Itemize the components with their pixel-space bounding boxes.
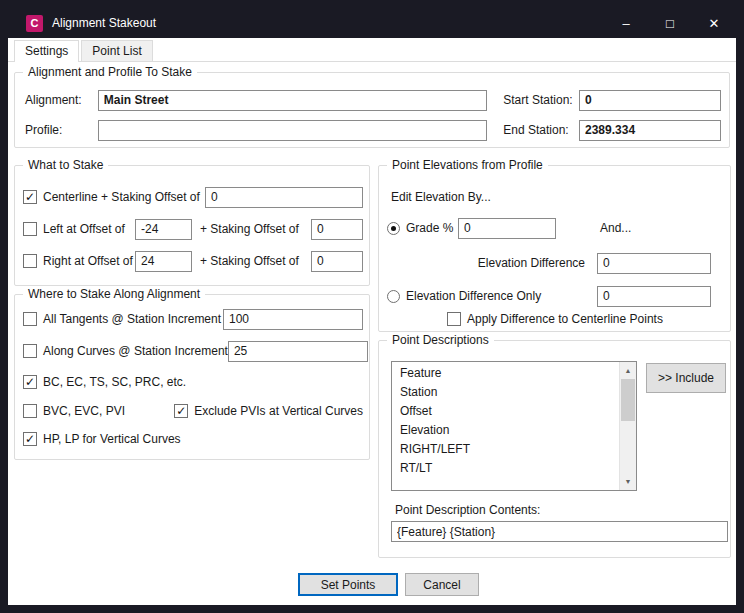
- profile-label: Profile:: [25, 123, 98, 137]
- elevation-difference-label: Elevation Difference: [478, 256, 585, 270]
- right-offset-label: Right at Offset of: [43, 254, 135, 268]
- list-item[interactable]: RIGHT/LEFT: [392, 440, 619, 459]
- tangents-increment-input[interactable]: [223, 309, 363, 330]
- end-station-label: End Station:: [503, 123, 579, 137]
- scroll-down-icon[interactable]: ▼: [620, 473, 636, 490]
- titlebar: C Alignment Stakeout – □ ✕: [8, 8, 736, 38]
- start-station-input[interactable]: [579, 90, 721, 111]
- group-title: Point Descriptions: [387, 333, 494, 347]
- hp-lp-checkbox[interactable]: ✓: [23, 432, 37, 446]
- left-offset-label: Left at Offset of: [43, 222, 135, 236]
- profile-input[interactable]: [98, 120, 488, 141]
- tab-point-list[interactable]: Point List: [81, 40, 152, 61]
- group-title: Where to Stake Along Alignment: [23, 287, 205, 301]
- curves-increment-input[interactable]: [228, 341, 368, 362]
- left-offset-input[interactable]: [135, 219, 192, 240]
- tangents-checkbox[interactable]: [23, 312, 37, 326]
- point-description-contents-input[interactable]: [391, 521, 728, 542]
- app-icon: C: [26, 15, 43, 32]
- point-descriptions-listbox[interactable]: Feature Station Offset Elevation RIGHT/L…: [391, 361, 637, 491]
- window-title: Alignment Stakeout: [52, 16, 156, 30]
- dialog-client-area: Settings Point List Alignment and Profil…: [8, 38, 736, 605]
- grade-input[interactable]: [458, 218, 556, 239]
- listbox-scrollbar[interactable]: ▲ ▼: [619, 362, 636, 490]
- maximize-button-icon[interactable]: □: [648, 14, 692, 33]
- group-point-descriptions: Point Descriptions Feature Station Offse…: [378, 340, 731, 558]
- cancel-button[interactable]: Cancel: [405, 573, 479, 596]
- centerline-checkbox[interactable]: ✓: [23, 190, 37, 204]
- edit-elevation-by-label: Edit Elevation By...: [391, 190, 491, 204]
- close-button-icon[interactable]: ✕: [692, 14, 736, 33]
- alignment-label: Alignment:: [25, 93, 98, 107]
- list-item[interactable]: Station: [392, 383, 619, 402]
- group-title: What to Stake: [23, 158, 108, 172]
- scroll-up-icon[interactable]: ▲: [620, 362, 636, 379]
- group-where-to-stake: Where to Stake Along Alignment All Tange…: [14, 294, 370, 460]
- right-offset-checkbox[interactable]: [23, 254, 37, 268]
- apply-difference-checkbox[interactable]: [447, 312, 461, 326]
- grade-label: Grade %: [406, 221, 458, 235]
- group-title: Point Elevations from Profile: [387, 158, 548, 172]
- left-staking-label: + Staking Offset of: [200, 222, 299, 236]
- window-controls: – □ ✕: [604, 14, 736, 33]
- elevation-difference-only-label: Elevation Difference Only: [406, 289, 541, 303]
- tab-strip: Settings Point List: [8, 38, 736, 62]
- centerline-offset-input[interactable]: [205, 187, 363, 208]
- list-item[interactable]: Feature: [392, 364, 619, 383]
- list-item[interactable]: RT/LT: [392, 459, 619, 478]
- right-offset-input[interactable]: [135, 251, 192, 272]
- left-offset-checkbox[interactable]: [23, 222, 37, 236]
- elevation-difference-only-radio[interactable]: [387, 290, 400, 303]
- bvc-evc-pvi-label: BVC, EVC, PVI: [43, 404, 141, 418]
- tangents-label: All Tangents @ Station Increment: [43, 312, 221, 326]
- left-staking-input[interactable]: [311, 219, 363, 240]
- set-points-button[interactable]: Set Points: [298, 573, 398, 596]
- and-label: And...: [600, 221, 631, 235]
- curves-checkbox[interactable]: [23, 344, 37, 358]
- list-item[interactable]: Offset: [392, 402, 619, 421]
- apply-difference-label: Apply Difference to Centerline Points: [467, 312, 663, 326]
- group-title: Alignment and Profile To Stake: [23, 65, 197, 79]
- elevation-difference-input[interactable]: [597, 253, 711, 274]
- bc-ec-checkbox[interactable]: ✓: [23, 375, 37, 389]
- group-what-to-stake: What to Stake ✓ Centerline + Staking Off…: [14, 165, 370, 286]
- alignment-stakeout-window: C Alignment Stakeout – □ ✕ Settings Poin…: [0, 0, 744, 613]
- bc-ec-label: BC, EC, TS, SC, PRC, etc.: [43, 375, 186, 389]
- list-item[interactable]: Elevation: [392, 421, 619, 440]
- exclude-pvis-checkbox[interactable]: ✓: [174, 404, 188, 418]
- tab-settings[interactable]: Settings: [14, 40, 79, 62]
- right-staking-input[interactable]: [311, 251, 363, 272]
- right-staking-label: + Staking Offset of: [200, 254, 299, 268]
- point-description-contents-label: Point Description Contents:: [395, 503, 540, 517]
- grade-radio[interactable]: [387, 222, 400, 235]
- group-alignment-profile: Alignment and Profile To Stake Alignment…: [14, 72, 730, 148]
- minimize-button-icon[interactable]: –: [604, 14, 648, 33]
- start-station-label: Start Station:: [503, 93, 579, 107]
- exclude-pvis-label: Exclude PVIs at Vertical Curves: [194, 404, 363, 418]
- alignment-input[interactable]: [98, 90, 488, 111]
- listbox-items: Feature Station Offset Elevation RIGHT/L…: [392, 362, 619, 490]
- scrollbar-thumb[interactable]: [621, 379, 635, 421]
- bvc-evc-pvi-checkbox[interactable]: [23, 404, 37, 418]
- end-station-input[interactable]: [579, 120, 721, 141]
- group-point-elevations: Point Elevations from Profile Edit Eleva…: [378, 165, 731, 332]
- elevation-difference-only-input[interactable]: [597, 286, 711, 307]
- centerline-label: Centerline + Staking Offset of: [43, 190, 200, 204]
- curves-label: Along Curves @ Station Increment: [43, 344, 228, 358]
- hp-lp-label: HP, LP for Vertical Curves: [43, 432, 181, 446]
- include-button[interactable]: >> Include: [646, 363, 726, 393]
